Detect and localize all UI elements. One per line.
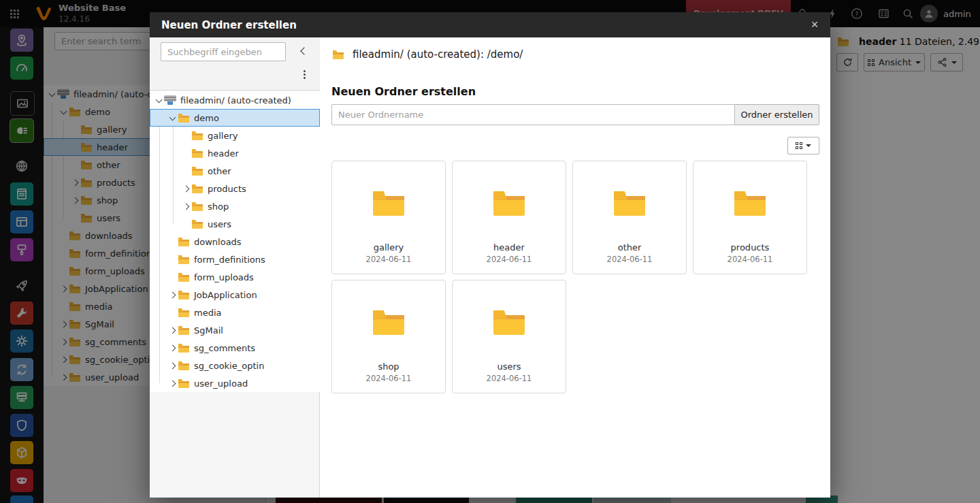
folder-tile-date: 2024-06-11 [607, 255, 653, 264]
tiles-view-icon [796, 142, 802, 149]
breadcrumb-path: fileadmin/ (auto-created): /demo/ [353, 48, 523, 61]
view-mode-button[interactable] [787, 137, 819, 155]
tree-item-label: sg_cookie_optin [194, 361, 264, 371]
folder-icon [192, 220, 203, 229]
folder-icon [178, 291, 189, 299]
modal-header: Neuen Ordner erstellen × [150, 12, 830, 37]
folder-icon [178, 273, 189, 282]
tree-item-label: shop [208, 201, 229, 212]
folder-icon [373, 280, 404, 360]
tree-item-form_definitions[interactable]: form_definitions [150, 250, 320, 268]
create-folder-modal: Neuen Ordner erstellen × fileadmin/ (aut… [150, 12, 830, 498]
collapse-panel-button[interactable] [297, 44, 312, 59]
folder-icon [192, 167, 203, 176]
tree-item-gallery[interactable]: gallery [150, 127, 320, 144]
tree-options-button[interactable] [298, 66, 310, 82]
modal-tree-search-input[interactable] [161, 42, 286, 61]
tree-item-label: media [194, 308, 222, 318]
modal-title: Neuen Ordner erstellen [161, 19, 297, 31]
tree-item-other[interactable]: other [150, 162, 320, 180]
modal-main: fileadmin/ (auto-created): /demo/ Neuen … [320, 37, 830, 498]
tree-item-label: demo [194, 113, 219, 123]
close-icon: × [811, 18, 819, 31]
tree-item-demo[interactable]: demo [150, 109, 320, 127]
folder-tile-name: products [731, 242, 770, 253]
tree-item-label: JobApplication [194, 290, 257, 300]
modal-file-tree: fileadmin/ (auto-created)demogalleryhead… [150, 91, 320, 392]
folder-tile-name: gallery [374, 242, 404, 253]
tree-item-shop[interactable]: shop [150, 197, 320, 215]
folder-tile-shop[interactable]: shop2024-06-11 [331, 280, 446, 393]
tree-item-products[interactable]: products [150, 180, 320, 197]
chevron-down-icon[interactable] [168, 116, 177, 120]
chevron-right-icon[interactable] [182, 186, 191, 191]
folder-tile-products[interactable]: products2024-06-11 [693, 161, 807, 274]
tree-item-user_upload[interactable]: user_upload [150, 374, 320, 392]
chevron-right-icon[interactable] [168, 363, 177, 368]
folder-icon [493, 161, 525, 241]
tree-item-form_uploads[interactable]: form_uploads [150, 268, 320, 286]
chevron-left-icon [300, 47, 308, 54]
tree-item-label: form_uploads [194, 272, 254, 282]
kebab-menu-icon [304, 70, 306, 79]
typo3-backend: Website Base 12.4.16 Development DDEV ? … [0, 0, 980, 503]
tree-item-label: user_upload [194, 378, 248, 389]
folder-icon [493, 280, 525, 360]
folder-tile-date: 2024-06-11 [728, 255, 773, 264]
folder-tile-date: 2024-06-11 [366, 374, 412, 383]
tree-item-sg_comments[interactable]: sg_comments [150, 339, 320, 357]
tree-item-label: header [208, 148, 239, 159]
tree-item-label: sg_comments [194, 343, 255, 353]
folder-tile-other[interactable]: other2024-06-11 [572, 161, 687, 274]
chevron-right-icon[interactable] [182, 204, 191, 209]
tree-item-label: products [208, 184, 246, 194]
tree-item-header[interactable]: header [150, 144, 320, 162]
tree-item-label: gallery [208, 131, 238, 141]
tree-item-SgMail[interactable]: SgMail [150, 321, 320, 339]
tree-item-label: other [208, 166, 231, 176]
folder-icon [178, 361, 189, 370]
folder-icon [734, 161, 766, 241]
folder-icon [333, 50, 344, 59]
folder-icon [178, 379, 189, 388]
create-folder-button[interactable]: Ordner erstellen [735, 104, 819, 125]
tree-item-label: fileadmin/ (auto-created) [180, 95, 291, 106]
tree-item-sg_cookie_optin[interactable]: sg_cookie_optin [150, 357, 320, 374]
chevron-right-icon[interactable] [168, 381, 177, 386]
folder-tile-date: 2024-06-11 [487, 374, 532, 383]
folder-icon [192, 184, 203, 193]
storage-icon [164, 95, 176, 105]
folder-icon [178, 344, 189, 353]
modal-tree-toolbar [150, 37, 320, 91]
folder-tile-gallery[interactable]: gallery2024-06-11 [331, 161, 446, 274]
folder-icon [192, 202, 203, 211]
caret-down-icon [806, 144, 811, 147]
chevron-right-icon[interactable] [168, 346, 177, 351]
tree-item-label: users [208, 219, 231, 229]
tree-item-media[interactable]: media [150, 304, 320, 321]
tree-item-label: form_definitions [194, 255, 265, 265]
tree-item-label: downloads [194, 237, 242, 247]
folder-icon [178, 114, 189, 123]
folder-icon [178, 326, 189, 335]
folder-icon [614, 161, 645, 241]
tree-item-fileadmin-auto-created-[interactable]: fileadmin/ (auto-created) [150, 91, 320, 109]
new-folder-name-input[interactable] [331, 104, 735, 125]
tree-item-JobApplication[interactable]: JobApplication [150, 286, 320, 304]
chevron-right-icon[interactable] [168, 328, 177, 333]
folder-tile-name: shop [378, 361, 399, 372]
folder-tile-name: users [497, 361, 521, 372]
folder-tile-name: other [618, 242, 642, 253]
modal-tree-panel: fileadmin/ (auto-created)demogalleryhead… [150, 37, 320, 498]
folder-icon [178, 238, 189, 246]
chevron-right-icon[interactable] [168, 293, 177, 297]
folder-tile-header[interactable]: header2024-06-11 [452, 161, 566, 274]
folder-tile-name: header [493, 242, 525, 253]
modal-close-button[interactable]: × [806, 16, 823, 33]
tree-item-downloads[interactable]: downloads [150, 233, 320, 250]
tree-item-users[interactable]: users [150, 215, 320, 233]
folder-tile-users[interactable]: users2024-06-11 [452, 280, 566, 393]
folder-icon [373, 161, 404, 241]
chevron-down-icon[interactable] [154, 99, 163, 102]
folder-icon [192, 131, 203, 140]
